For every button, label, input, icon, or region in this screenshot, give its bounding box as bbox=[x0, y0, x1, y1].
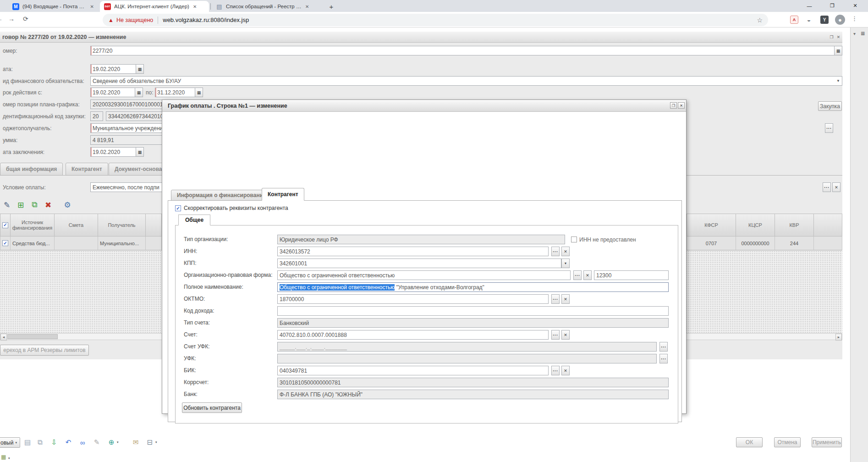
document-icon[interactable]: ▤ bbox=[23, 438, 32, 447]
column-header-kvr[interactable]: КВР bbox=[775, 214, 814, 236]
row-payee-cell[interactable]: Муниципально... bbox=[98, 236, 146, 250]
globe-icon[interactable]: ⊕ bbox=[107, 438, 116, 447]
legal-form-clear-button[interactable]: ✕ bbox=[583, 270, 592, 280]
account-clear-button[interactable]: ✕ bbox=[561, 330, 570, 340]
row-checkbox[interactable]: ✓ bbox=[2, 240, 8, 246]
budget-recipient-field[interactable]: Муниципальное учреждени bbox=[90, 123, 162, 133]
payment-terms-clear-button[interactable]: ✕ bbox=[832, 182, 841, 192]
page-cancel-button[interactable]: Отмена bbox=[774, 437, 801, 447]
oktmo-picker-button[interactable]: ... bbox=[551, 294, 560, 304]
legal-form-code-field[interactable]: 12300 bbox=[594, 270, 669, 280]
payment-terms-picker-button[interactable]: ... bbox=[823, 182, 831, 192]
forward-icon[interactable]: → bbox=[8, 15, 15, 22]
copy-documents-icon[interactable]: ⧉ bbox=[35, 438, 44, 447]
column-header-kfsr[interactable]: КФСР bbox=[687, 214, 736, 236]
number-generator-button[interactable]: ▦ bbox=[834, 46, 842, 55]
column-header-kcsr[interactable]: КЦСР bbox=[736, 214, 775, 236]
ufk-account-field[interactable]: _____.___._.____._______ bbox=[277, 342, 657, 352]
scroll-left-icon[interactable]: ◄ bbox=[0, 334, 7, 341]
row-kcsr-cell[interactable]: 0000000000 bbox=[736, 236, 775, 250]
full-name-field[interactable]: Общество с ограниченной ответственностью… bbox=[277, 282, 669, 292]
panel-toggle-icon[interactable]: ▦ bbox=[861, 31, 865, 36]
plan-position-field[interactable]: 20200329300167000100001 bbox=[90, 99, 162, 109]
bookmark-star-icon[interactable]: ☆ bbox=[757, 16, 763, 24]
oktmo-field[interactable]: 18700000 bbox=[277, 294, 549, 304]
kpp-dropdown-button[interactable]: ▼ bbox=[561, 258, 570, 268]
security-warning-label[interactable]: Не защищено bbox=[116, 17, 153, 23]
legal-form-field[interactable]: Общество с ограниченной ответственностью bbox=[277, 270, 571, 280]
ikz-year-field[interactable]: 20 bbox=[90, 111, 103, 121]
row-kfsr-cell[interactable]: 0707 bbox=[687, 236, 736, 250]
account-field[interactable]: 40702.810.0.0007.0001888 bbox=[277, 330, 549, 340]
url-text[interactable]: web.volgzakaz.ru:8080/index.jsp bbox=[163, 16, 249, 23]
dialog-tab-financing[interactable]: Информация о финансировании bbox=[171, 190, 273, 201]
new-tab-button[interactable]: + bbox=[326, 2, 336, 11]
tab-counterparty[interactable]: Контрагент bbox=[66, 163, 108, 176]
mail-icon[interactable]: ✉ bbox=[131, 438, 140, 447]
ufk-field[interactable] bbox=[277, 354, 657, 363]
undo-icon[interactable]: ↶ bbox=[64, 438, 73, 447]
calendar-icon[interactable]: ▦ bbox=[135, 88, 143, 97]
inner-tab-general[interactable]: Общее bbox=[178, 214, 210, 226]
arm-reserves-button[interactable]: ереход в АРМ Резервы лимитов bbox=[0, 345, 89, 356]
account-type-field[interactable]: Банковский bbox=[277, 318, 669, 328]
page-ok-button[interactable]: ОК bbox=[736, 437, 763, 447]
links-icon[interactable]: ∞ bbox=[78, 438, 87, 447]
bik-field[interactable]: 040349781 bbox=[277, 366, 549, 375]
print-icon[interactable]: ⊟ bbox=[145, 438, 154, 447]
window-maximize-button[interactable]: ❐ bbox=[823, 0, 841, 11]
oktmo-clear-button[interactable]: ✕ bbox=[561, 294, 570, 304]
window-close-button[interactable]: ✕ bbox=[846, 0, 864, 11]
status-grid-icon[interactable]: ▦ bbox=[1, 454, 6, 460]
update-counterparty-button[interactable]: Обновить контрагента bbox=[182, 402, 242, 413]
reload-icon[interactable]: ⟳ bbox=[23, 15, 28, 22]
tab-close-icon[interactable]: ✕ bbox=[305, 4, 309, 9]
adjust-requisites-checkbox[interactable]: ✓ bbox=[175, 205, 181, 211]
select-all-checkbox[interactable]: ✓ bbox=[2, 222, 8, 228]
dialog-title-bar[interactable]: График оплаты . Строка №1 — изменение bbox=[162, 100, 686, 112]
browser-tab-spisok[interactable]: ▤ Список обращений - Реестр об ✕ bbox=[212, 1, 318, 12]
copy-row-icon[interactable]: ⧉ bbox=[29, 200, 39, 210]
valid-to-field[interactable]: 31.12.2020 bbox=[155, 88, 195, 97]
row-source-cell[interactable]: Средства бюд... bbox=[10, 236, 55, 250]
bank-field[interactable]: Ф-Л БАНКА ГПБ (АО) "ЮЖНЫЙ" bbox=[277, 390, 669, 399]
calendar-icon[interactable]: ▦ bbox=[136, 64, 144, 74]
contract-number-field[interactable]: 2277/20 bbox=[90, 46, 835, 55]
delete-row-icon[interactable]: ✖ bbox=[43, 200, 53, 210]
chevron-down-icon[interactable]: ▾ bbox=[155, 440, 157, 444]
kpp-field[interactable]: 342601001 bbox=[277, 258, 561, 268]
payment-terms-field[interactable]: Ежемесячно, после подпи bbox=[90, 182, 162, 192]
legal-form-picker-button[interactable]: ... bbox=[573, 270, 582, 280]
settings-gear-icon[interactable]: ⚙ bbox=[62, 200, 72, 210]
row-select-cell[interactable]: ✓ bbox=[0, 236, 11, 250]
bik-picker-button[interactable]: ... bbox=[551, 366, 560, 375]
obligation-type-select[interactable]: Сведение об обязательстве БУ/АУ ▼ bbox=[90, 76, 842, 86]
row-smeta-cell[interactable] bbox=[54, 236, 98, 250]
org-type-field[interactable]: Юридическое лицо РФ bbox=[277, 235, 565, 244]
tab-close-icon[interactable]: ✕ bbox=[90, 4, 94, 9]
scroll-right-icon[interactable]: ► bbox=[835, 334, 842, 341]
address-bar[interactable]: ▲ Не защищено web.volgzakaz.ru:8080/inde… bbox=[103, 14, 768, 26]
page-apply-button[interactable]: Применить bbox=[812, 437, 842, 447]
column-header-payee[interactable]: Получатель bbox=[98, 214, 146, 236]
calendar-icon[interactable]: ▦ bbox=[195, 88, 203, 97]
contract-maximize-icon[interactable]: ❐ bbox=[829, 34, 835, 40]
tab-general-info[interactable]: бщая информация bbox=[0, 163, 63, 176]
ufk-picker-button[interactable]: ... bbox=[659, 354, 668, 363]
chevron-down-icon[interactable]: ▾ bbox=[117, 440, 119, 444]
contract-date-field[interactable]: 19.02.2020 bbox=[90, 64, 136, 74]
import-icon[interactable]: ⇩ bbox=[49, 438, 59, 447]
inn-field[interactable]: 3426013572 bbox=[277, 247, 549, 256]
contract-close-icon[interactable]: ✕ bbox=[835, 34, 841, 40]
add-row-icon[interactable]: ⊞ bbox=[16, 200, 26, 210]
sign-icon[interactable]: ✎ bbox=[92, 438, 101, 447]
back-icon[interactable]: ← bbox=[0, 15, 3, 22]
extension-icon[interactable]: ◒ bbox=[805, 16, 813, 24]
valid-from-field[interactable]: 19.02.2020 bbox=[90, 88, 135, 97]
amount-field[interactable]: 4 819,91 bbox=[90, 135, 162, 145]
dialog-tab-counterparty[interactable]: Контрагент bbox=[262, 188, 304, 201]
bik-clear-button[interactable]: ✕ bbox=[561, 366, 570, 375]
column-header-smeta[interactable]: Смета bbox=[54, 214, 98, 236]
chevron-down-icon[interactable]: ▾ bbox=[853, 31, 856, 36]
ikz-code-field[interactable]: 3344206269734420100 bbox=[106, 111, 162, 121]
